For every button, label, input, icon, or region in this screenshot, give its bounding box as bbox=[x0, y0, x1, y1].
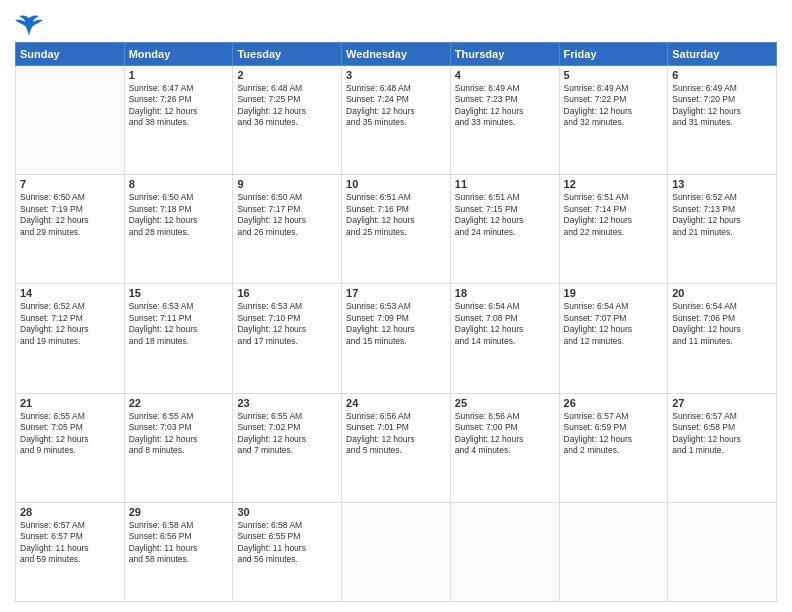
cell-info: Sunrise: 6:47 AM Sunset: 7:26 PM Dayligh… bbox=[129, 83, 229, 129]
cell-info: Sunrise: 6:50 AM Sunset: 7:17 PM Dayligh… bbox=[237, 192, 337, 238]
day-number: 29 bbox=[129, 506, 229, 518]
calendar-cell: 16Sunrise: 6:53 AM Sunset: 7:10 PM Dayli… bbox=[233, 284, 342, 393]
day-number: 13 bbox=[672, 178, 772, 190]
cell-info: Sunrise: 6:54 AM Sunset: 7:06 PM Dayligh… bbox=[672, 301, 772, 347]
day-number: 21 bbox=[20, 397, 120, 409]
week-row-3: 14Sunrise: 6:52 AM Sunset: 7:12 PM Dayli… bbox=[16, 284, 777, 393]
cell-info: Sunrise: 6:57 AM Sunset: 6:57 PM Dayligh… bbox=[20, 520, 120, 566]
calendar-cell: 30Sunrise: 6:58 AM Sunset: 6:55 PM Dayli… bbox=[233, 502, 342, 601]
weekday-header-friday: Friday bbox=[559, 43, 668, 66]
day-number: 7 bbox=[20, 178, 120, 190]
calendar-cell: 29Sunrise: 6:58 AM Sunset: 6:56 PM Dayli… bbox=[124, 502, 233, 601]
logo bbox=[15, 14, 47, 36]
calendar-cell: 2Sunrise: 6:48 AM Sunset: 7:25 PM Daylig… bbox=[233, 66, 342, 175]
day-number: 30 bbox=[237, 506, 337, 518]
cell-info: Sunrise: 6:55 AM Sunset: 7:03 PM Dayligh… bbox=[129, 411, 229, 457]
cell-info: Sunrise: 6:51 AM Sunset: 7:16 PM Dayligh… bbox=[346, 192, 446, 238]
calendar-cell: 5Sunrise: 6:49 AM Sunset: 7:22 PM Daylig… bbox=[559, 66, 668, 175]
calendar-cell: 15Sunrise: 6:53 AM Sunset: 7:11 PM Dayli… bbox=[124, 284, 233, 393]
calendar-cell bbox=[559, 502, 668, 601]
day-number: 3 bbox=[346, 69, 446, 81]
day-number: 16 bbox=[237, 287, 337, 299]
cell-info: Sunrise: 6:50 AM Sunset: 7:18 PM Dayligh… bbox=[129, 192, 229, 238]
cell-info: Sunrise: 6:53 AM Sunset: 7:11 PM Dayligh… bbox=[129, 301, 229, 347]
cell-info: Sunrise: 6:56 AM Sunset: 7:01 PM Dayligh… bbox=[346, 411, 446, 457]
cell-info: Sunrise: 6:56 AM Sunset: 7:00 PM Dayligh… bbox=[455, 411, 555, 457]
calendar-cell: 9Sunrise: 6:50 AM Sunset: 7:17 PM Daylig… bbox=[233, 175, 342, 284]
calendar-cell bbox=[342, 502, 451, 601]
cell-info: Sunrise: 6:51 AM Sunset: 7:15 PM Dayligh… bbox=[455, 192, 555, 238]
day-number: 4 bbox=[455, 69, 555, 81]
day-number: 1 bbox=[129, 69, 229, 81]
calendar-cell: 13Sunrise: 6:52 AM Sunset: 7:13 PM Dayli… bbox=[668, 175, 777, 284]
week-row-1: 1Sunrise: 6:47 AM Sunset: 7:26 PM Daylig… bbox=[16, 66, 777, 175]
day-number: 6 bbox=[672, 69, 772, 81]
calendar-cell: 1Sunrise: 6:47 AM Sunset: 7:26 PM Daylig… bbox=[124, 66, 233, 175]
cell-info: Sunrise: 6:50 AM Sunset: 7:19 PM Dayligh… bbox=[20, 192, 120, 238]
calendar-cell: 23Sunrise: 6:55 AM Sunset: 7:02 PM Dayli… bbox=[233, 393, 342, 502]
day-number: 22 bbox=[129, 397, 229, 409]
header bbox=[15, 10, 777, 36]
cell-info: Sunrise: 6:48 AM Sunset: 7:24 PM Dayligh… bbox=[346, 83, 446, 129]
calendar-cell bbox=[450, 502, 559, 601]
cell-info: Sunrise: 6:49 AM Sunset: 7:22 PM Dayligh… bbox=[564, 83, 664, 129]
calendar-cell: 25Sunrise: 6:56 AM Sunset: 7:00 PM Dayli… bbox=[450, 393, 559, 502]
cell-info: Sunrise: 6:48 AM Sunset: 7:25 PM Dayligh… bbox=[237, 83, 337, 129]
calendar-table: SundayMondayTuesdayWednesdayThursdayFrid… bbox=[15, 42, 777, 602]
calendar-cell: 3Sunrise: 6:48 AM Sunset: 7:24 PM Daylig… bbox=[342, 66, 451, 175]
calendar-cell: 7Sunrise: 6:50 AM Sunset: 7:19 PM Daylig… bbox=[16, 175, 125, 284]
week-row-4: 21Sunrise: 6:55 AM Sunset: 7:05 PM Dayli… bbox=[16, 393, 777, 502]
calendar-cell: 8Sunrise: 6:50 AM Sunset: 7:18 PM Daylig… bbox=[124, 175, 233, 284]
day-number: 24 bbox=[346, 397, 446, 409]
weekday-header-row: SundayMondayTuesdayWednesdayThursdayFrid… bbox=[16, 43, 777, 66]
day-number: 15 bbox=[129, 287, 229, 299]
calendar-cell: 18Sunrise: 6:54 AM Sunset: 7:08 PM Dayli… bbox=[450, 284, 559, 393]
week-row-5: 28Sunrise: 6:57 AM Sunset: 6:57 PM Dayli… bbox=[16, 502, 777, 601]
week-row-2: 7Sunrise: 6:50 AM Sunset: 7:19 PM Daylig… bbox=[16, 175, 777, 284]
calendar-cell: 10Sunrise: 6:51 AM Sunset: 7:16 PM Dayli… bbox=[342, 175, 451, 284]
calendar-cell: 20Sunrise: 6:54 AM Sunset: 7:06 PM Dayli… bbox=[668, 284, 777, 393]
cell-info: Sunrise: 6:49 AM Sunset: 7:23 PM Dayligh… bbox=[455, 83, 555, 129]
calendar-cell: 4Sunrise: 6:49 AM Sunset: 7:23 PM Daylig… bbox=[450, 66, 559, 175]
cell-info: Sunrise: 6:57 AM Sunset: 6:58 PM Dayligh… bbox=[672, 411, 772, 457]
calendar-cell: 12Sunrise: 6:51 AM Sunset: 7:14 PM Dayli… bbox=[559, 175, 668, 284]
calendar-cell: 6Sunrise: 6:49 AM Sunset: 7:20 PM Daylig… bbox=[668, 66, 777, 175]
day-number: 5 bbox=[564, 69, 664, 81]
cell-info: Sunrise: 6:55 AM Sunset: 7:05 PM Dayligh… bbox=[20, 411, 120, 457]
calendar-cell: 28Sunrise: 6:57 AM Sunset: 6:57 PM Dayli… bbox=[16, 502, 125, 601]
day-number: 18 bbox=[455, 287, 555, 299]
cell-info: Sunrise: 6:54 AM Sunset: 7:07 PM Dayligh… bbox=[564, 301, 664, 347]
calendar-cell: 14Sunrise: 6:52 AM Sunset: 7:12 PM Dayli… bbox=[16, 284, 125, 393]
weekday-header-monday: Monday bbox=[124, 43, 233, 66]
weekday-header-sunday: Sunday bbox=[16, 43, 125, 66]
day-number: 19 bbox=[564, 287, 664, 299]
day-number: 12 bbox=[564, 178, 664, 190]
cell-info: Sunrise: 6:52 AM Sunset: 7:12 PM Dayligh… bbox=[20, 301, 120, 347]
cell-info: Sunrise: 6:57 AM Sunset: 6:59 PM Dayligh… bbox=[564, 411, 664, 457]
day-number: 28 bbox=[20, 506, 120, 518]
calendar-cell: 19Sunrise: 6:54 AM Sunset: 7:07 PM Dayli… bbox=[559, 284, 668, 393]
cell-info: Sunrise: 6:53 AM Sunset: 7:09 PM Dayligh… bbox=[346, 301, 446, 347]
day-number: 25 bbox=[455, 397, 555, 409]
calendar-cell: 24Sunrise: 6:56 AM Sunset: 7:01 PM Dayli… bbox=[342, 393, 451, 502]
cell-info: Sunrise: 6:52 AM Sunset: 7:13 PM Dayligh… bbox=[672, 192, 772, 238]
day-number: 9 bbox=[237, 178, 337, 190]
cell-info: Sunrise: 6:49 AM Sunset: 7:20 PM Dayligh… bbox=[672, 83, 772, 129]
calendar-cell: 11Sunrise: 6:51 AM Sunset: 7:15 PM Dayli… bbox=[450, 175, 559, 284]
cell-info: Sunrise: 6:54 AM Sunset: 7:08 PM Dayligh… bbox=[455, 301, 555, 347]
calendar-cell bbox=[16, 66, 125, 175]
page: SundayMondayTuesdayWednesdayThursdayFrid… bbox=[0, 0, 792, 612]
cell-info: Sunrise: 6:58 AM Sunset: 6:56 PM Dayligh… bbox=[129, 520, 229, 566]
day-number: 20 bbox=[672, 287, 772, 299]
day-number: 2 bbox=[237, 69, 337, 81]
weekday-header-tuesday: Tuesday bbox=[233, 43, 342, 66]
day-number: 23 bbox=[237, 397, 337, 409]
weekday-header-wednesday: Wednesday bbox=[342, 43, 451, 66]
cell-info: Sunrise: 6:51 AM Sunset: 7:14 PM Dayligh… bbox=[564, 192, 664, 238]
day-number: 27 bbox=[672, 397, 772, 409]
day-number: 26 bbox=[564, 397, 664, 409]
weekday-header-saturday: Saturday bbox=[668, 43, 777, 66]
day-number: 17 bbox=[346, 287, 446, 299]
calendar-cell: 27Sunrise: 6:57 AM Sunset: 6:58 PM Dayli… bbox=[668, 393, 777, 502]
day-number: 10 bbox=[346, 178, 446, 190]
